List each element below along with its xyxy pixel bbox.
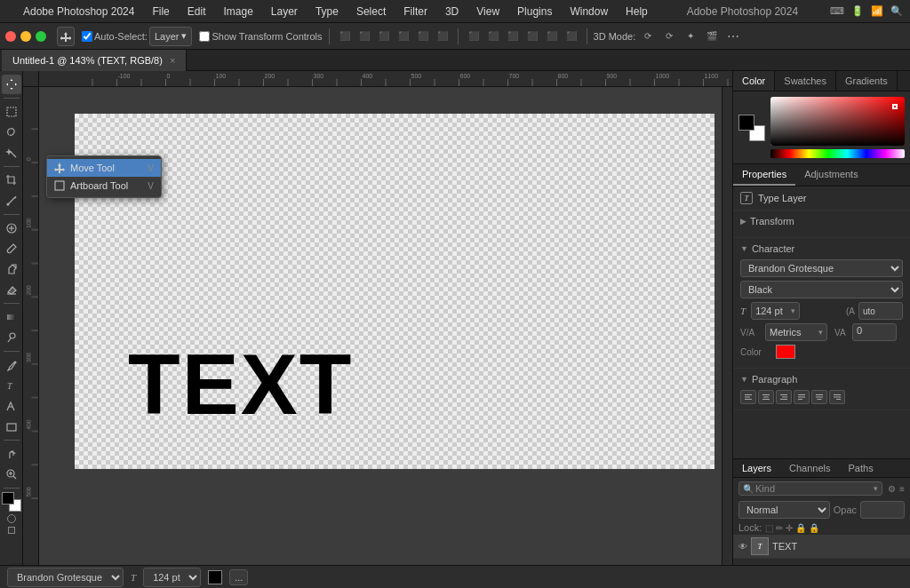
menu-select[interactable]: Select bbox=[349, 4, 393, 20]
magic-wand-tool[interactable] bbox=[2, 143, 21, 163]
zoom-tool[interactable] bbox=[2, 465, 21, 484]
quick-mask[interactable] bbox=[7, 514, 16, 523]
clone-tool[interactable] bbox=[2, 259, 21, 279]
font-style-dropdown[interactable]: Black bbox=[740, 281, 903, 298]
tab-layers[interactable]: Layers bbox=[733, 459, 780, 477]
menu-file[interactable]: File bbox=[145, 4, 176, 20]
layers-search[interactable]: 🔍 Kind ▾ bbox=[738, 481, 882, 496]
more-options[interactable]: ⋯ bbox=[724, 28, 742, 45]
dist-vert[interactable]: ⬛ bbox=[484, 28, 502, 45]
dist-bottom[interactable]: ⬛ bbox=[504, 28, 522, 45]
character-header[interactable]: ▼ Character bbox=[740, 243, 903, 254]
justify-right-btn[interactable] bbox=[829, 390, 845, 404]
align-left[interactable]: ⬛ bbox=[395, 28, 412, 45]
shape-tool[interactable] bbox=[2, 417, 21, 436]
path-select-tool[interactable] bbox=[2, 396, 21, 416]
type-tool[interactable]: T bbox=[2, 376, 21, 395]
color-swatches[interactable] bbox=[2, 492, 21, 512]
hand-tool[interactable] bbox=[2, 444, 21, 464]
tab-properties[interactable]: Properties bbox=[733, 164, 795, 186]
menu-layer[interactable]: Layer bbox=[264, 4, 305, 20]
doc-tab[interactable]: Untitled-1 @ 143% (TEXT, RGB/8) × bbox=[2, 50, 187, 71]
align-top[interactable]: ⬛ bbox=[336, 28, 354, 45]
lock-artboard-icon[interactable]: 🔒 bbox=[795, 523, 806, 533]
foreground-color[interactable] bbox=[2, 492, 14, 505]
hue-slider[interactable] bbox=[770, 149, 905, 158]
dist-top[interactable]: ⬛ bbox=[465, 28, 483, 45]
menu-plugins[interactable]: Plugins bbox=[510, 4, 559, 20]
text-color-swatch[interactable] bbox=[776, 345, 795, 359]
opacity-input[interactable] bbox=[860, 501, 905, 519]
crop-tool[interactable] bbox=[2, 171, 21, 190]
tab-gradients[interactable]: Gradients bbox=[836, 71, 898, 91]
blend-mode-dropdown[interactable]: Normal bbox=[738, 501, 830, 519]
gradient-tool[interactable] bbox=[2, 307, 21, 327]
tab-channels[interactable]: Channels bbox=[780, 459, 839, 477]
font-size-field[interactable]: 124 pt ▾ bbox=[751, 302, 800, 320]
popup-move-tool[interactable]: Move Tool V bbox=[47, 159, 161, 177]
kerning-field[interactable]: Metrics ▾ bbox=[765, 323, 827, 341]
maximize-button[interactable] bbox=[36, 31, 46, 42]
screen-mode[interactable] bbox=[8, 527, 15, 534]
color-spectrum[interactable] bbox=[770, 97, 905, 146]
align-horiz-center[interactable]: ⬛ bbox=[414, 28, 432, 45]
menu-window[interactable]: Window bbox=[563, 4, 615, 20]
align-bottom[interactable]: ⬛ bbox=[375, 28, 393, 45]
eyedropper-tool[interactable] bbox=[2, 191, 21, 211]
menu-view[interactable]: View bbox=[469, 4, 507, 20]
lock-image-icon[interactable]: ✏ bbox=[776, 523, 783, 533]
3d-btn2[interactable]: ⟳ bbox=[660, 28, 678, 45]
layer-dropdown[interactable]: Layer ▾ bbox=[149, 27, 193, 46]
lock-position-icon[interactable]: ✛ bbox=[786, 523, 793, 533]
tab-swatches[interactable]: Swatches bbox=[775, 71, 836, 91]
pen-tool[interactable] bbox=[2, 355, 21, 375]
menu-type[interactable]: Type bbox=[308, 4, 346, 20]
layers-options-icon[interactable]: ≡ bbox=[899, 484, 905, 494]
move-tool[interactable] bbox=[2, 75, 21, 94]
layers-filter-icon[interactable]: ⚙ bbox=[888, 484, 896, 494]
align-vert-center[interactable]: ⬛ bbox=[355, 28, 373, 45]
canvas-document[interactable]: TEXT bbox=[75, 114, 714, 469]
3d-btn4[interactable]: 🎬 bbox=[703, 28, 721, 45]
font-family-dropdown[interactable]: Brandon Grotesque bbox=[740, 259, 903, 277]
3d-btn3[interactable]: ✦ bbox=[682, 28, 699, 45]
close-button[interactable] bbox=[5, 31, 16, 42]
search-icon[interactable]: 🔍 bbox=[890, 5, 903, 17]
auto-select-checkbox[interactable] bbox=[82, 31, 92, 42]
auto-size-field[interactable]: uto bbox=[858, 302, 903, 320]
tab-adjustments[interactable]: Adjustments bbox=[795, 164, 867, 186]
lock-all-icon[interactable]: 🔒 bbox=[809, 523, 819, 533]
screen-mode-icon[interactable] bbox=[8, 527, 15, 534]
color-preview-swatches[interactable] bbox=[738, 115, 765, 141]
canvas-text-layer[interactable]: TEXT bbox=[128, 336, 353, 433]
minimize-button[interactable] bbox=[20, 31, 31, 42]
cp-foreground-color[interactable] bbox=[738, 115, 754, 131]
brush-tool[interactable] bbox=[2, 239, 21, 258]
status-font-dropdown[interactable]: Brandon Grotesque bbox=[7, 568, 124, 587]
layer-visibility-eye[interactable]: 👁 bbox=[738, 542, 747, 552]
dist-right[interactable]: ⬛ bbox=[563, 28, 580, 45]
lock-transparent-icon[interactable]: ⬚ bbox=[765, 523, 773, 533]
align-left-btn[interactable] bbox=[740, 390, 756, 404]
move-tool-icon[interactable] bbox=[57, 27, 75, 46]
align-right-btn[interactable] bbox=[776, 390, 792, 404]
dist-left[interactable]: ⬛ bbox=[523, 28, 541, 45]
menu-image[interactable]: Image bbox=[216, 4, 259, 20]
scroll-bar-right[interactable] bbox=[722, 87, 732, 565]
popup-artboard-tool[interactable]: Artboard Tool V bbox=[47, 177, 161, 195]
layer-item-text[interactable]: 👁 T TEXT bbox=[733, 535, 910, 559]
menu-photoshop[interactable]: Adobe Photoshop 2024 bbox=[16, 4, 141, 20]
3d-btn1[interactable]: ⟳ bbox=[639, 28, 657, 45]
status-color-swatch[interactable] bbox=[208, 570, 222, 584]
heal-tool[interactable] bbox=[2, 219, 21, 238]
menu-filter[interactable]: Filter bbox=[396, 4, 435, 20]
lasso-tool[interactable] bbox=[2, 123, 21, 142]
marquee-tool[interactable] bbox=[2, 102, 21, 122]
menu-edit[interactable]: Edit bbox=[180, 4, 213, 20]
canvas-area[interactable]: TEXT Move Tool V Artboard Tool V bbox=[23, 71, 732, 565]
show-transform-checkbox[interactable] bbox=[199, 31, 210, 42]
dist-horiz[interactable]: ⬛ bbox=[543, 28, 561, 45]
status-more-button[interactable]: ... bbox=[229, 569, 248, 585]
eraser-tool[interactable] bbox=[2, 280, 21, 299]
paragraph-header[interactable]: ▼ Paragraph bbox=[740, 374, 903, 385]
